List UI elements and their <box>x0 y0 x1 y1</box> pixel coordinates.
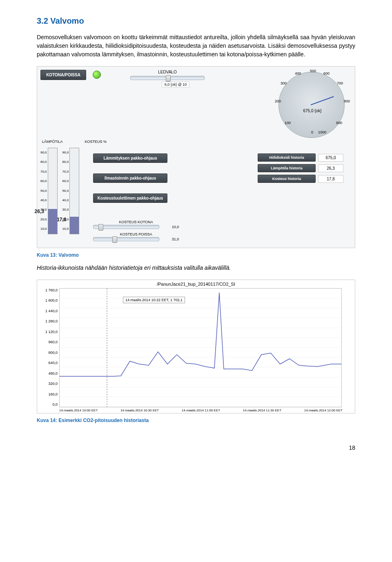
humidity-home-label: KOSTEUS KOTONA <box>116 220 156 224</box>
humidity-history-button[interactable]: Kosteus historia <box>258 175 316 183</box>
y-tick: 160,0 <box>40 392 58 396</box>
gauge-tick: 300 <box>281 81 287 85</box>
valvomo-figure: KOTONA/POISSA LEDVALO 6,0 {ok} @ 10 0 10… <box>37 66 355 248</box>
x-tick: 14.maalis.2014 11:00 EET <box>182 409 220 412</box>
status-led-icon <box>93 71 101 79</box>
scale-tick: 60,0 <box>40 176 47 186</box>
temperature-history-value: 26,3 <box>318 164 343 172</box>
paragraph-2: Historia-ikkunoista nähdään historiatiet… <box>37 264 231 271</box>
scale-tick: 10,0 <box>62 224 69 233</box>
y-tick: 640,0 <box>40 361 58 365</box>
scale-tick: 80,0 <box>40 157 47 167</box>
chart-tooltip: 14.maalis.2014 10:22 EET, 1 702,1 <box>123 297 185 303</box>
y-tick: 320,0 <box>40 382 58 386</box>
humidity-history-value: 17,8 <box>318 175 343 183</box>
gauge-tick: 100 <box>285 121 291 125</box>
co2-history-chart: /PanunJace21_bup_20140117/CO2_SI 1 760,0… <box>37 280 355 413</box>
x-tick: 14.maalis.2014 10:00 EET <box>59 409 98 412</box>
gauge-tick: 600 <box>323 71 330 76</box>
x-tick: 14.maalis.2014 11:30 EET <box>243 409 281 412</box>
chart-x-axis: 14.maalis.2014 10:00 EET 14.maalis.2014 … <box>59 407 343 412</box>
humidity-value: 17,8 <box>57 217 66 222</box>
led-slider[interactable] <box>130 76 205 80</box>
kotona-poissa-button[interactable]: KOTONA/POISSA <box>40 70 86 80</box>
gauge-tick: 200 <box>275 99 281 103</box>
paragraph-1: Demosovelluksen valvomoon on koottu tärk… <box>37 33 355 59</box>
y-tick: 0,0 <box>40 402 58 407</box>
temperature-value: 26,3 <box>35 209 44 214</box>
slider-thumb-icon[interactable] <box>98 224 103 231</box>
chart-line-svg <box>60 289 341 407</box>
figure-14-caption: Kuva 14: Esimerkki CO2-pitoisuuden histo… <box>37 418 355 423</box>
humidity-column-label: KOSTEUS % <box>85 140 107 145</box>
scale-tick: 90,0 <box>62 148 69 157</box>
scale-tick: 40,0 <box>62 195 69 205</box>
gauge-tick: 400 <box>295 71 301 76</box>
led-slider-readout: 6,0 {ok} @ 10 <box>162 82 190 87</box>
y-tick: 1 440,0 <box>40 309 58 313</box>
hum-fill <box>70 217 79 234</box>
humidity-home-value: 10,0 <box>164 225 179 229</box>
co2-gauge: 0 100 200 300 400 500 600 700 800 900 10… <box>272 70 350 137</box>
humidity-home-slider[interactable] <box>93 225 159 229</box>
temp-fill <box>48 209 57 234</box>
chart-y-axis: 1 760,0 1 600,0 1 440,0 1 280,0 1 120,0 … <box>40 288 59 407</box>
scale-tick: 50,0 <box>62 186 69 195</box>
humidity-fan-force-button[interactable]: Kosteustuulettimen pakko-ohjaus <box>93 193 167 203</box>
page-number: 18 <box>0 441 392 459</box>
y-tick: 1 120,0 <box>40 330 58 334</box>
co2-history-button[interactable]: Hiilidioksidi historia <box>258 153 316 162</box>
gauge-tick: 700 <box>337 81 343 85</box>
y-tick: 1 760,0 <box>40 288 58 292</box>
scale-tick: 10,0 <box>40 224 47 233</box>
temperature-history-button[interactable]: Lämpötila historia <box>258 164 316 172</box>
gauge-value: 675,0 {ok} <box>296 109 329 113</box>
gauge-tick: 900 <box>336 121 342 125</box>
gauge-tick: 0 <box>311 130 313 134</box>
scale-tick: 70,0 <box>62 167 69 176</box>
y-tick: 1 280,0 <box>40 319 58 323</box>
temperature-thermometer: 90,0 80,0 70,0 60,0 50,0 40,0 30,0 20,0 … <box>40 148 58 241</box>
scale-tick: 80,0 <box>62 157 69 167</box>
chart-plot-area: 14.maalis.2014 10:22 EET, 1 702,1 <box>59 288 342 407</box>
x-tick: 14.maalis.2014 10:30 EET <box>120 409 159 412</box>
gauge-tick: 500 <box>310 69 316 73</box>
ventilation-force-button[interactable]: Ilmastoinnin pakko-ohjaus <box>93 173 167 183</box>
scale-tick: 60,0 <box>62 176 69 186</box>
section-heading: 3.2 Valvomo <box>37 16 355 26</box>
y-tick: 480,0 <box>40 371 58 375</box>
scale-tick: 40,0 <box>40 195 47 205</box>
scale-tick: 50,0 <box>40 186 47 195</box>
y-tick: 960,0 <box>40 340 58 344</box>
humidity-away-value: 31,0 <box>164 237 179 241</box>
scale-tick: 30,0 <box>62 205 69 214</box>
x-tick: 14.maalis.2014 12:00 EET <box>304 409 343 412</box>
slider-thumb-icon[interactable] <box>166 75 171 82</box>
y-tick: 1 600,0 <box>40 298 58 302</box>
humidity-away-slider[interactable] <box>93 237 159 241</box>
y-tick: 800,0 <box>40 351 58 355</box>
scale-tick: 90,0 <box>40 148 47 157</box>
co2-history-value: 675,0 <box>318 154 343 162</box>
humidity-thermometer: 90,0 80,0 70,0 60,0 50,0 40,0 30,0 20,0 … <box>62 148 80 241</box>
heating-force-button[interactable]: Lämmityksen pakko-ohjaus <box>93 153 167 163</box>
temp-column-label: LÄMPÖTILA <box>42 140 63 145</box>
scale-tick: 70,0 <box>40 167 47 176</box>
scale-tick: 20,0 <box>40 215 47 224</box>
gauge-tick: 1000 <box>318 130 326 134</box>
slider-thumb-icon[interactable] <box>112 236 117 243</box>
thermometers: 90,0 80,0 70,0 60,0 50,0 40,0 30,0 20,0 … <box>40 146 79 241</box>
gauge-tick: 800 <box>344 99 350 103</box>
humidity-away-label: KOSTEUS POISSA <box>116 232 156 236</box>
led-slider-label: LEDVALO <box>158 70 176 74</box>
figure-13-caption: Kuva 13: Valvomo <box>37 252 355 258</box>
chart-title: /PanunJace21_bup_20140117/CO2_SI <box>40 282 352 287</box>
